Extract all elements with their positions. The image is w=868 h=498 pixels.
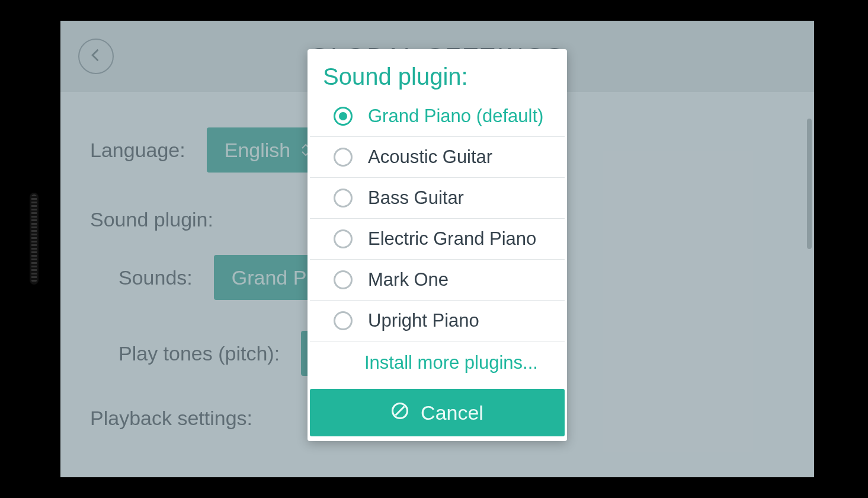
sound-option-label: Electric Grand Piano <box>368 228 536 250</box>
sound-option-row[interactable]: Mark One <box>310 260 565 301</box>
radio-icon <box>334 311 353 330</box>
device-speaker <box>30 193 39 285</box>
sound-option-label: Grand Piano (default) <box>368 106 543 127</box>
radio-icon <box>334 270 353 289</box>
svg-line-1 <box>396 406 405 415</box>
radio-icon <box>334 229 353 248</box>
sound-option-row[interactable]: Bass Guitar <box>310 178 565 219</box>
cancel-label: Cancel <box>421 401 483 424</box>
install-more-plugins-link[interactable]: Install more plugins... <box>310 341 565 384</box>
sound-option-label: Acoustic Guitar <box>368 146 492 168</box>
modal-title: Sound plugin: <box>308 60 567 96</box>
device-frame: GLOBAL SETTINGS Language: English Sound … <box>6 0 862 498</box>
sound-option-row[interactable]: Grand Piano (default) <box>310 96 565 137</box>
sound-option-row[interactable]: Acoustic Guitar <box>310 137 565 178</box>
sound-option-label: Upright Piano <box>368 310 479 331</box>
sound-option-label: Bass Guitar <box>368 187 464 209</box>
sound-plugin-modal: Sound plugin: Grand Piano (default)Acous… <box>308 49 567 441</box>
app-screen: GLOBAL SETTINGS Language: English Sound … <box>60 21 814 477</box>
cancel-button[interactable]: Cancel <box>310 389 565 436</box>
radio-icon <box>334 148 353 167</box>
cancel-icon <box>391 401 409 424</box>
sound-option-row[interactable]: Upright Piano <box>310 301 565 341</box>
radio-icon <box>334 189 353 208</box>
sound-option-row[interactable]: Electric Grand Piano <box>310 219 565 260</box>
radio-icon <box>334 107 353 126</box>
sound-option-label: Mark One <box>368 269 449 290</box>
